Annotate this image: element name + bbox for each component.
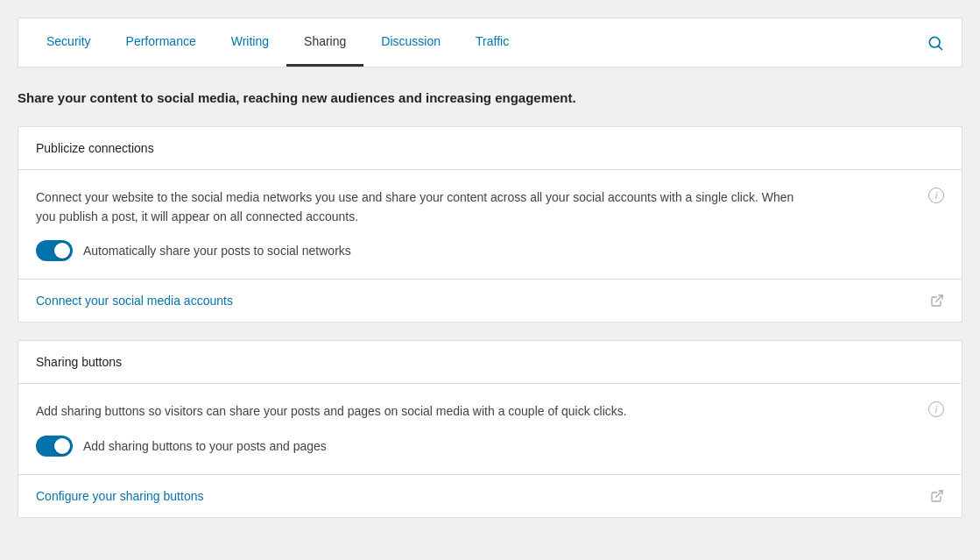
search-icon: [927, 34, 944, 52]
main-container: Security Performance Writing Sharing Dis…: [18, 18, 962, 518]
sharing-buttons-label: Add sharing buttons to your posts and pa…: [83, 439, 327, 453]
sharing-buttons-info-icon[interactable]: i: [928, 401, 944, 417]
card-publicize-description: Connect your website to the social media…: [36, 188, 815, 227]
card-publicize-footer: Connect your social media accounts: [18, 280, 962, 322]
card-publicize: Publicize connections Connect your websi…: [18, 126, 962, 323]
tab-security[interactable]: Security: [29, 18, 109, 67]
toggle-track: [36, 240, 73, 261]
card-sharing-buttons-body: Add sharing buttons so visitors can shar…: [18, 384, 962, 474]
nav-tabs-container: Security Performance Writing Sharing Dis…: [18, 18, 962, 67]
tab-discussion[interactable]: Discussion: [363, 18, 458, 67]
auto-share-toggle-row: Automatically share your posts to social…: [36, 240, 944, 261]
tab-writing[interactable]: Writing: [214, 18, 286, 67]
page-heading: Share your content to social media, reac…: [18, 89, 962, 109]
configure-sharing-link[interactable]: Configure your sharing buttons: [36, 489, 203, 503]
card-publicize-body: Connect your website to the social media…: [18, 170, 962, 280]
sharing-buttons-toggle[interactable]: [36, 436, 73, 457]
nav-tabs: Security Performance Writing Sharing Dis…: [29, 18, 920, 67]
card-sharing-buttons-description: Add sharing buttons so visitors can shar…: [36, 401, 815, 421]
publicize-external-link-icon[interactable]: [930, 294, 944, 308]
svg-line-2: [936, 295, 942, 301]
connect-social-link[interactable]: Connect your social media accounts: [36, 294, 233, 308]
toggle-track-2: [36, 436, 73, 457]
tab-sharing[interactable]: Sharing: [286, 18, 363, 67]
sharing-buttons-toggle-row: Add sharing buttons to your posts and pa…: [36, 436, 944, 457]
sharing-buttons-external-link-icon[interactable]: [930, 489, 944, 503]
tab-performance[interactable]: Performance: [109, 18, 214, 67]
publicize-info-icon[interactable]: i: [928, 188, 944, 203]
toggle-thumb-2: [54, 438, 70, 454]
tab-traffic[interactable]: Traffic: [458, 18, 526, 67]
svg-point-0: [929, 37, 940, 47]
svg-line-3: [936, 491, 942, 497]
card-sharing-buttons: Sharing buttons Add sharing buttons so v…: [18, 340, 962, 517]
search-button[interactable]: [920, 27, 951, 59]
toggle-thumb: [54, 243, 70, 259]
svg-line-1: [939, 46, 942, 49]
card-publicize-header: Publicize connections: [18, 127, 962, 170]
card-sharing-buttons-header: Sharing buttons: [18, 341, 962, 384]
auto-share-label: Automatically share your posts to social…: [83, 244, 351, 258]
auto-share-toggle[interactable]: [36, 240, 73, 261]
card-sharing-buttons-footer: Configure your sharing buttons: [18, 475, 962, 517]
